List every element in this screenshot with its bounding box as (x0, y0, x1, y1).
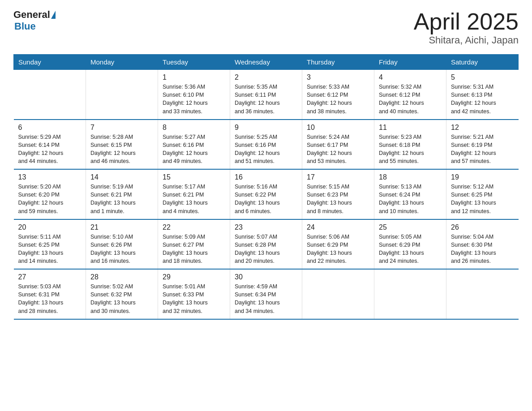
day-number: 24 (307, 223, 369, 231)
calendar-cell: 7Sunrise: 5:28 AM Sunset: 6:15 PM Daylig… (86, 120, 158, 170)
day-info: Sunrise: 5:17 AM Sunset: 6:21 PM Dayligh… (163, 183, 225, 215)
title-block: April 2025 Shitara, Aichi, Japan (414, 9, 519, 46)
day-number: 2 (235, 73, 297, 81)
day-info: Sunrise: 5:36 AM Sunset: 6:10 PM Dayligh… (163, 83, 225, 116)
calendar-cell: 25Sunrise: 5:05 AM Sunset: 6:29 PM Dayli… (374, 219, 446, 270)
calendar-cell (86, 70, 158, 120)
calendar-cell: 15Sunrise: 5:17 AM Sunset: 6:21 PM Dayli… (158, 169, 230, 219)
day-number: 25 (379, 223, 442, 231)
calendar-cell: 26Sunrise: 5:04 AM Sunset: 6:30 PM Dayli… (446, 219, 519, 270)
calendar-cell: 23Sunrise: 5:07 AM Sunset: 6:28 PM Dayli… (230, 219, 302, 270)
day-number: 4 (379, 73, 442, 81)
calendar-week-row: 6Sunrise: 5:29 AM Sunset: 6:14 PM Daylig… (14, 120, 519, 170)
day-number: 28 (90, 273, 153, 281)
calendar-cell: 28Sunrise: 5:02 AM Sunset: 6:32 PM Dayli… (86, 269, 158, 319)
calendar-cell: 22Sunrise: 5:09 AM Sunset: 6:27 PM Dayli… (158, 219, 230, 270)
day-number: 16 (235, 173, 297, 181)
day-info: Sunrise: 5:06 AM Sunset: 6:29 PM Dayligh… (307, 233, 369, 265)
calendar-cell (446, 269, 519, 319)
day-number: 12 (451, 124, 514, 132)
calendar-cell: 24Sunrise: 5:06 AM Sunset: 6:29 PM Dayli… (302, 219, 374, 270)
calendar-cell: 19Sunrise: 5:12 AM Sunset: 6:25 PM Dayli… (446, 169, 519, 219)
header-day-friday: Friday (374, 55, 446, 70)
logo: General Blue (13, 9, 56, 32)
day-info: Sunrise: 5:32 AM Sunset: 6:12 PM Dayligh… (379, 83, 442, 116)
day-info: Sunrise: 4:59 AM Sunset: 6:34 PM Dayligh… (235, 283, 297, 315)
calendar-table: SundayMondayTuesdayWednesdayThursdayFrid… (13, 54, 519, 320)
day-info: Sunrise: 5:23 AM Sunset: 6:18 PM Dayligh… (379, 133, 442, 166)
calendar-cell: 18Sunrise: 5:13 AM Sunset: 6:24 PM Dayli… (374, 169, 446, 219)
page-subtitle: Shitara, Aichi, Japan (414, 34, 519, 46)
calendar-week-row: 20Sunrise: 5:11 AM Sunset: 6:25 PM Dayli… (14, 219, 519, 270)
day-number: 11 (379, 124, 442, 132)
calendar-cell: 3Sunrise: 5:33 AM Sunset: 6:12 PM Daylig… (302, 70, 374, 120)
calendar-cell: 9Sunrise: 5:25 AM Sunset: 6:16 PM Daylig… (230, 120, 302, 170)
calendar-cell: 21Sunrise: 5:10 AM Sunset: 6:26 PM Dayli… (86, 219, 158, 270)
calendar-cell: 2Sunrise: 5:35 AM Sunset: 6:11 PM Daylig… (230, 70, 302, 120)
day-number: 21 (90, 223, 153, 231)
day-info: Sunrise: 5:02 AM Sunset: 6:32 PM Dayligh… (90, 283, 153, 315)
header-day-saturday: Saturday (446, 55, 519, 70)
header-day-wednesday: Wednesday (230, 55, 302, 70)
day-number: 29 (163, 273, 225, 281)
calendar-cell: 11Sunrise: 5:23 AM Sunset: 6:18 PM Dayli… (374, 120, 446, 170)
day-number: 23 (235, 223, 297, 231)
day-info: Sunrise: 5:13 AM Sunset: 6:24 PM Dayligh… (379, 183, 442, 215)
calendar-cell: 29Sunrise: 5:01 AM Sunset: 6:33 PM Dayli… (158, 269, 230, 319)
day-info: Sunrise: 5:16 AM Sunset: 6:22 PM Dayligh… (235, 183, 297, 215)
day-info: Sunrise: 5:19 AM Sunset: 6:21 PM Dayligh… (90, 183, 153, 215)
day-number: 9 (235, 124, 297, 132)
calendar-cell: 8Sunrise: 5:27 AM Sunset: 6:16 PM Daylig… (158, 120, 230, 170)
calendar-week-row: 1Sunrise: 5:36 AM Sunset: 6:10 PM Daylig… (14, 70, 519, 120)
day-number: 13 (18, 173, 82, 181)
day-info: Sunrise: 5:03 AM Sunset: 6:31 PM Dayligh… (18, 283, 82, 315)
page-header: General Blue April 2025 Shitara, Aichi, … (13, 9, 519, 46)
day-number: 8 (163, 124, 225, 132)
logo-general: General (13, 9, 50, 21)
day-info: Sunrise: 5:29 AM Sunset: 6:14 PM Dayligh… (18, 133, 82, 166)
day-info: Sunrise: 5:25 AM Sunset: 6:16 PM Dayligh… (235, 133, 297, 166)
day-info: Sunrise: 5:35 AM Sunset: 6:11 PM Dayligh… (235, 83, 297, 116)
day-info: Sunrise: 5:10 AM Sunset: 6:26 PM Dayligh… (90, 233, 153, 265)
calendar-cell: 14Sunrise: 5:19 AM Sunset: 6:21 PM Dayli… (86, 169, 158, 219)
calendar-cell (14, 70, 86, 120)
day-number: 17 (307, 173, 369, 181)
day-info: Sunrise: 5:31 AM Sunset: 6:13 PM Dayligh… (451, 83, 514, 116)
day-number: 5 (451, 73, 514, 81)
day-number: 19 (451, 173, 514, 181)
day-number: 14 (90, 173, 153, 181)
day-info: Sunrise: 5:15 AM Sunset: 6:23 PM Dayligh… (307, 183, 369, 215)
day-info: Sunrise: 5:33 AM Sunset: 6:12 PM Dayligh… (307, 83, 369, 116)
day-info: Sunrise: 5:05 AM Sunset: 6:29 PM Dayligh… (379, 233, 442, 265)
day-info: Sunrise: 5:11 AM Sunset: 6:25 PM Dayligh… (18, 233, 82, 265)
day-info: Sunrise: 5:27 AM Sunset: 6:16 PM Dayligh… (163, 133, 225, 166)
calendar-cell: 12Sunrise: 5:21 AM Sunset: 6:19 PM Dayli… (446, 120, 519, 170)
calendar-cell: 20Sunrise: 5:11 AM Sunset: 6:25 PM Dayli… (14, 219, 86, 270)
calendar-cell (374, 269, 446, 319)
day-number: 30 (235, 273, 297, 281)
calendar-cell: 17Sunrise: 5:15 AM Sunset: 6:23 PM Dayli… (302, 169, 374, 219)
day-number: 20 (18, 223, 82, 231)
day-number: 27 (18, 273, 82, 281)
day-info: Sunrise: 5:12 AM Sunset: 6:25 PM Dayligh… (451, 183, 514, 215)
day-info: Sunrise: 5:28 AM Sunset: 6:15 PM Dayligh… (90, 133, 153, 166)
day-number: 22 (163, 223, 225, 231)
day-info: Sunrise: 5:09 AM Sunset: 6:27 PM Dayligh… (163, 233, 225, 265)
logo-blue: Blue (14, 21, 36, 32)
day-number: 7 (90, 124, 153, 132)
calendar-cell: 1Sunrise: 5:36 AM Sunset: 6:10 PM Daylig… (158, 70, 230, 120)
calendar-cell: 13Sunrise: 5:20 AM Sunset: 6:20 PM Dayli… (14, 169, 86, 219)
day-number: 6 (18, 124, 82, 132)
day-info: Sunrise: 5:20 AM Sunset: 6:20 PM Dayligh… (18, 183, 82, 215)
day-info: Sunrise: 5:24 AM Sunset: 6:17 PM Dayligh… (307, 133, 369, 166)
calendar-cell: 6Sunrise: 5:29 AM Sunset: 6:14 PM Daylig… (14, 120, 86, 170)
calendar-cell (302, 269, 374, 319)
day-info: Sunrise: 5:21 AM Sunset: 6:19 PM Dayligh… (451, 133, 514, 166)
calendar-cell: 5Sunrise: 5:31 AM Sunset: 6:13 PM Daylig… (446, 70, 519, 120)
day-info: Sunrise: 5:04 AM Sunset: 6:30 PM Dayligh… (451, 233, 514, 265)
day-number: 15 (163, 173, 225, 181)
page-title: April 2025 (414, 9, 519, 34)
day-info: Sunrise: 5:01 AM Sunset: 6:33 PM Dayligh… (163, 283, 225, 315)
calendar-cell: 27Sunrise: 5:03 AM Sunset: 6:31 PM Dayli… (14, 269, 86, 319)
day-number: 26 (451, 223, 514, 231)
